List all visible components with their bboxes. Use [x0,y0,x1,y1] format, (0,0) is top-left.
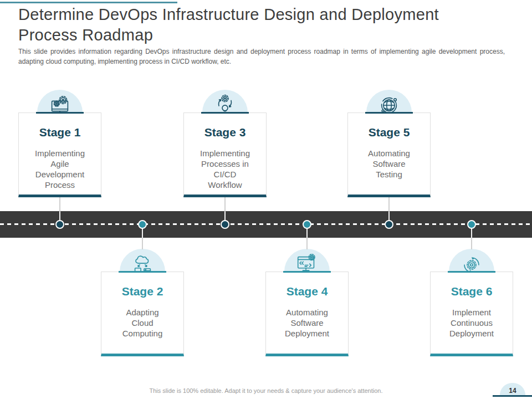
stage-6-description: Implement Continuous Deployment [444,307,499,339]
stage-3-group: Stage 3 Implementing Processes in CI/CD … [183,0,267,399]
stage-2-label: Stage 2 [101,285,183,298]
stage-2-chord-line [119,271,166,273]
stage-5-chord-line [365,112,413,114]
stage-5-group: Stage 5 Automating Software Testing [347,0,431,399]
stage-3-card: Stage 3 Implementing Processes in CI/CD … [183,112,267,197]
stage-3-label: Stage 3 [184,126,266,139]
stage-5-description: Automating Software Testing [361,148,417,180]
stage-4-road-dot [303,220,311,229]
stage-6-connector [471,238,472,249]
stage-4-connector [306,238,308,249]
stage-1-group: Stage 1 Implementing Agile Development P… [18,0,101,399]
stage-4-chord-line [283,271,331,273]
stage-4-label: Stage 4 [266,285,348,298]
stage-1-connector [59,197,60,212]
stage-4-group: Stage 4 Automating Software Deployment [265,0,349,399]
stage-2-card: Stage 2 Adapting Cloud Computing [101,272,184,356]
stage-1-road-dot [55,220,64,229]
stage-6-road-dot [467,220,476,229]
stage-6-card: Stage 6 Implement Continuous Deployment [430,272,513,356]
stage-4-description: Automating Software Deployment [279,307,335,339]
stage-2-group: Stage 2 Adapting Cloud Computing [101,0,184,399]
stage-1-description: Implementing Agile Development Process [32,148,88,190]
stage-1-card: Stage 1 Implementing Agile Development P… [18,112,101,197]
stage-6-chord-line [448,271,495,273]
stage-2-description: Adapting Cloud Computing [115,307,170,339]
stage-5-label: Stage 5 [348,126,430,139]
stage-5-road-dot [385,220,393,229]
stage-2-connector [142,238,143,249]
stage-3-description: Implementing Processes in CI/CD Workflow [197,148,253,190]
stage-1-label: Stage 1 [19,126,101,139]
stage-6-label: Stage 6 [431,285,513,298]
stage-6-group: Stage 6 Implement Continuous Deployment [430,0,513,399]
stage-3-connector [224,197,226,212]
stage-3-chord-line [201,112,249,114]
stage-2-road-dot [138,220,147,229]
stage-3-road-dot [221,220,229,229]
stage-4-card: Stage 4 Automating Software Deployment [265,272,349,356]
stage-1-chord-line [36,112,84,114]
stage-5-card: Stage 5 Automating Software Testing [347,112,431,197]
stage-5-connector [388,197,390,212]
